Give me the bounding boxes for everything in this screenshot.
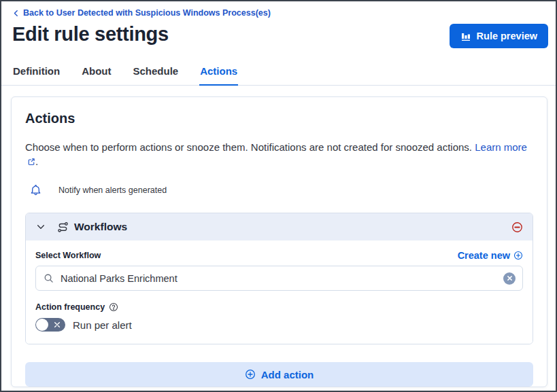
action-frequency-row: Action frequency (35, 302, 523, 312)
chevron-down-icon (36, 222, 46, 232)
workflows-title: Workflows (74, 221, 127, 233)
tab-actions[interactable]: Actions (199, 60, 238, 86)
minus-in-circle-icon (511, 221, 523, 233)
description-text: Choose when to perform actions or snooze… (25, 141, 472, 153)
rule-preview-button[interactable]: Rule preview (450, 24, 548, 48)
actions-panel: Actions Choose when to perform actions o… (11, 96, 547, 387)
bar-chart-icon (460, 31, 471, 41)
tab-about[interactable]: About (81, 60, 112, 86)
add-action-label: Add action (261, 369, 314, 380)
back-link[interactable]: Back to User Detected with Suspicious Wi… (12, 8, 271, 18)
create-new-link[interactable]: Create new (458, 250, 523, 261)
action-frequency-label: Action frequency (35, 302, 105, 312)
remove-action-button[interactable] (510, 220, 524, 234)
plus-in-circle-icon (245, 369, 256, 380)
bell-icon (30, 184, 41, 196)
tab-bar: Definition About Schedule Actions (1, 60, 556, 86)
title-row: Edit rule settings Rule preview (1, 20, 556, 48)
back-link-label: Back to User Detected with Suspicious Wi… (23, 8, 271, 18)
plus-in-circle-icon (513, 251, 523, 260)
select-workflow-row: Select Workflow Create new (35, 250, 523, 261)
workflow-search-field (35, 266, 523, 291)
search-icon (44, 273, 54, 283)
workflows-action-group: Workflows Select Workflow Create new (25, 213, 533, 344)
run-per-alert-toggle[interactable] (35, 318, 65, 332)
app-window: Back to User Detected with Suspicious Wi… (0, 0, 557, 392)
learn-more-label: Learn more (475, 141, 527, 153)
external-link-icon (25, 156, 35, 167)
cross-icon (54, 321, 61, 328)
toggle-knob (36, 319, 48, 331)
run-per-alert-label: Run per alert (73, 319, 132, 331)
panel-title: Actions (25, 111, 533, 126)
select-workflow-label: Select Workflow (35, 251, 101, 260)
create-new-label: Create new (458, 250, 510, 261)
notify-label: Notify when alerts generated (58, 185, 167, 195)
description-period: . (35, 156, 38, 167)
clear-input-button[interactable] (503, 272, 516, 285)
tab-schedule[interactable]: Schedule (132, 60, 179, 86)
workflow-search-input[interactable] (36, 266, 522, 290)
tab-definition[interactable]: Definition (12, 60, 61, 86)
add-action-button[interactable]: Add action (25, 362, 533, 387)
rule-preview-label: Rule preview (477, 31, 537, 41)
run-per-alert-row: Run per alert (35, 318, 523, 332)
page-title: Edit rule settings (12, 23, 169, 46)
workflow-icon (57, 221, 69, 233)
question-in-circle-icon[interactable] (109, 302, 118, 312)
panel-description: Choose when to perform actions or snooze… (25, 140, 533, 170)
cross-icon (507, 275, 513, 281)
notify-row: Notify when alerts generated (30, 184, 533, 196)
chevron-left-icon (12, 10, 20, 17)
workflows-accordion-body: Select Workflow Create new (26, 240, 533, 344)
workflows-accordion-header[interactable]: Workflows (26, 213, 533, 240)
